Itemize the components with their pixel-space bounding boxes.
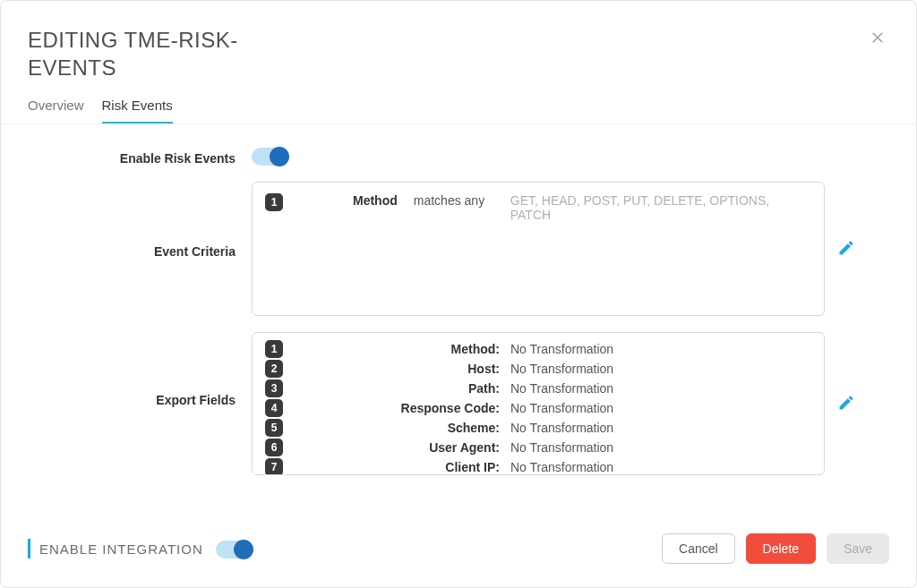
export-fields-box: 1Method:No Transformation2Host:No Transf… xyxy=(252,332,825,475)
rule-field: Method xyxy=(299,193,398,208)
toggle-enable-risk-events[interactable] xyxy=(252,148,287,166)
label-event-criteria: Event Criteria xyxy=(28,182,252,259)
edit-risk-events-modal: EDITING TME-RISK-EVENTS Overview Risk Ev… xyxy=(0,0,917,588)
export-field-index-badge: 2 xyxy=(265,360,283,378)
tab-risk-events[interactable]: Risk Events xyxy=(102,98,173,124)
export-field-row: 7Client IP:No Transformation xyxy=(265,458,811,474)
export-field-name: Client IP: xyxy=(294,460,500,474)
modal-header: EDITING TME-RISK-EVENTS xyxy=(1,1,916,81)
label-enable-risk-events: Enable Risk Events xyxy=(28,146,252,166)
rule-value: GET, HEAD, POST, PUT, DELETE, OPTIONS, P… xyxy=(510,193,811,222)
save-button[interactable]: Save xyxy=(827,533,889,564)
rule-index-badge: 1 xyxy=(265,193,283,211)
close-icon xyxy=(870,35,886,48)
criteria-rule: 1 Method matches any GET, HEAD, POST, PU… xyxy=(265,193,811,222)
edit-event-criteria-button[interactable] xyxy=(834,235,859,263)
pencil-icon xyxy=(837,246,855,260)
export-field-name: Host: xyxy=(294,362,500,376)
export-field-index-badge: 4 xyxy=(265,399,283,417)
export-field-name: Path: xyxy=(294,381,500,396)
label-export-fields: Export Fields xyxy=(28,332,252,407)
export-field-row: 4Response Code:No Transformation xyxy=(265,399,811,417)
export-field-transform: No Transformation xyxy=(510,362,613,376)
export-field-transform: No Transformation xyxy=(510,440,613,455)
export-field-index-badge: 7 xyxy=(265,458,283,474)
modal-footer: ENABLE INTEGRATION Cancel Delete Save xyxy=(1,516,916,587)
modal-title: EDITING TME-RISK-EVENTS xyxy=(28,26,270,81)
export-field-row: 3Path:No Transformation xyxy=(265,379,811,397)
toggle-enable-integration[interactable] xyxy=(216,541,252,558)
export-field-row: 5Scheme:No Transformation xyxy=(265,419,811,437)
export-field-transform: No Transformation xyxy=(510,401,613,415)
pencil-icon xyxy=(837,401,855,414)
toggle-knob xyxy=(270,147,289,166)
export-field-transform: No Transformation xyxy=(510,342,613,356)
export-field-transform: No Transformation xyxy=(510,381,613,396)
export-field-name: Response Code: xyxy=(294,401,500,415)
export-field-transform: No Transformation xyxy=(510,460,613,474)
export-field-row: 6User Agent:No Transformation xyxy=(265,439,811,456)
row-enable-risk-events: Enable Risk Events xyxy=(28,146,889,166)
export-field-name: User Agent: xyxy=(294,440,500,455)
rule-operator: matches any xyxy=(414,193,494,208)
label-enable-integration: ENABLE INTEGRATION xyxy=(39,541,203,557)
cancel-button[interactable]: Cancel xyxy=(662,533,735,564)
row-export-fields: Export Fields 1Method:No Transformation2… xyxy=(28,332,889,475)
close-button[interactable] xyxy=(866,26,889,52)
export-field-index-badge: 1 xyxy=(265,340,283,358)
export-field-row: 2Host:No Transformation xyxy=(265,360,811,378)
footer-actions: Cancel Delete Save xyxy=(662,533,889,564)
footer-left: ENABLE INTEGRATION xyxy=(28,539,252,558)
tab-overview[interactable]: Overview xyxy=(28,98,84,124)
edit-export-fields-button[interactable] xyxy=(834,390,859,418)
row-event-criteria: Event Criteria 1 Method matches any GET,… xyxy=(28,182,889,316)
export-field-transform: No Transformation xyxy=(510,421,613,435)
delete-button[interactable]: Delete xyxy=(746,533,816,564)
tabs: Overview Risk Events xyxy=(1,81,916,124)
export-field-index-badge: 5 xyxy=(265,419,283,437)
export-field-index-badge: 6 xyxy=(265,439,283,456)
export-fields-scroll[interactable]: 1Method:No Transformation2Host:No Transf… xyxy=(253,333,824,474)
export-field-name: Scheme: xyxy=(294,421,500,435)
export-field-name: Method: xyxy=(294,342,500,356)
modal-body: Enable Risk Events Event Criteria 1 Meth… xyxy=(1,124,916,516)
toggle-knob xyxy=(234,540,253,559)
export-field-index-badge: 3 xyxy=(265,379,283,397)
export-field-row: 1Method:No Transformation xyxy=(265,340,811,358)
event-criteria-box: 1 Method matches any GET, HEAD, POST, PU… xyxy=(252,182,825,316)
